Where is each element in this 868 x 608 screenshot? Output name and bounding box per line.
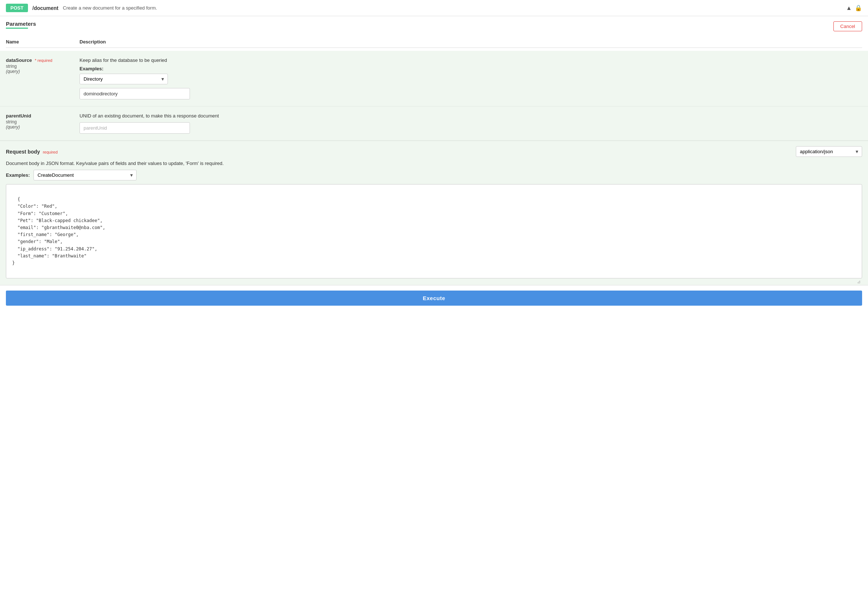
content-type-wrapper: application/json ▼ (796, 146, 862, 157)
col-name-header: Name (6, 39, 79, 45)
request-body-title-wrapper: Request body required (6, 149, 58, 155)
param-name-parentunid: parentUnid (6, 113, 31, 119)
request-body-section: Request body required application/json ▼… (0, 141, 868, 285)
json-editor[interactable]: { "Color": "Red", "Form": "Customer", "P… (6, 184, 862, 278)
datasource-select-wrapper: Directory dominodirectory ▼ (79, 74, 168, 84)
param-desc-col-parentunid: UNID of an existing document, to make th… (79, 113, 862, 134)
endpoint-description: Create a new document for a specified fo… (63, 5, 157, 11)
examples-row: Examples: CreateDocument ▼ (6, 170, 862, 180)
param-required-datasource: * required (35, 58, 52, 63)
parameters-section: Parameters Cancel (0, 16, 868, 32)
datasource-input[interactable] (79, 88, 190, 99)
param-type-datasource: string (6, 64, 79, 69)
request-body-required: required (43, 150, 57, 154)
execute-button[interactable]: Execute (6, 290, 862, 306)
json-content: { "Color": "Red", "Form": "Customer", "P… (12, 197, 105, 265)
execute-section: Execute (0, 285, 868, 311)
col-description-header: Description (79, 39, 862, 45)
example-select-wrapper: CreateDocument ▼ (34, 170, 136, 180)
param-description-datasource: Keep alias for the database to be querie… (79, 57, 862, 63)
param-name-col-datasource: dataSource * required string (query) (6, 57, 79, 74)
param-location-parentunid: (query) (6, 124, 79, 130)
request-body-header: Request body required application/json ▼ (6, 146, 862, 157)
param-description-parentunid: UNID of an existing document, to make th… (79, 113, 862, 119)
cancel-button[interactable]: Cancel (833, 21, 862, 31)
parameters-underline (6, 28, 28, 29)
param-type-parentunid: string (6, 119, 79, 124)
parameters-title-wrapper: Parameters (6, 21, 36, 32)
column-headers: Name Description (6, 36, 862, 48)
method-badge: POST (6, 4, 28, 12)
examples-label-body: Examples: (6, 172, 30, 178)
params-table: dataSource * required string (query) Kee… (0, 51, 868, 141)
header-icons: ▲ 🔒 (846, 5, 862, 11)
parameters-header: Parameters Cancel (6, 21, 862, 32)
param-row-datasource: dataSource * required string (query) Kee… (0, 51, 868, 106)
lock-button[interactable]: 🔒 (855, 5, 862, 11)
parameters-title: Parameters (6, 21, 36, 27)
param-desc-col-datasource: Keep alias for the database to be querie… (79, 57, 862, 99)
parentunid-input[interactable] (79, 122, 190, 134)
column-headers-wrapper: Name Description (0, 33, 868, 51)
request-body-title: Request body (6, 149, 40, 155)
param-location-datasource: (query) (6, 69, 79, 74)
resize-handle: ⊿ (6, 278, 862, 285)
param-row-parentunid: parentUnid string (query) UNID of an exi… (0, 106, 868, 141)
endpoint-path: /document (33, 5, 59, 11)
datasource-select[interactable]: Directory dominodirectory (79, 74, 168, 84)
request-body-description: Document body in JSON format. Key/value … (6, 161, 862, 166)
example-select[interactable]: CreateDocument (34, 170, 136, 180)
collapse-button[interactable]: ▲ (846, 5, 852, 11)
param-name-datasource: dataSource (6, 57, 32, 63)
examples-label-datasource: Examples: (79, 66, 862, 71)
header-bar: POST /document Create a new document for… (0, 0, 868, 16)
param-name-col-parentunid: parentUnid string (query) (6, 113, 79, 130)
content-type-select[interactable]: application/json (796, 146, 862, 157)
